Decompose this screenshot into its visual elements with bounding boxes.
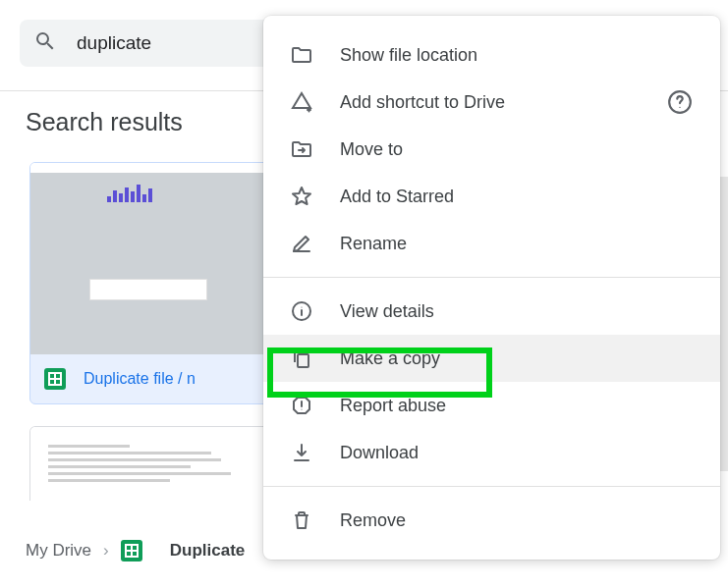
menu-label: Add to Starred: [340, 187, 454, 207]
breadcrumb-current[interactable]: Duplicate: [121, 540, 246, 561]
breadcrumb-root[interactable]: My Drive: [26, 541, 91, 561]
menu-show-file-location[interactable]: Show file location: [263, 31, 720, 79]
sheet-icon: [89, 279, 207, 300]
pencil-icon: [289, 231, 314, 256]
menu-rename[interactable]: Rename: [263, 220, 720, 267]
file-thumbnail: [30, 163, 269, 354]
menu-label: Make a copy: [340, 348, 440, 369]
svg-rect-4: [298, 354, 308, 367]
svg-point-5: [301, 408, 302, 409]
copy-icon: [289, 346, 314, 371]
drive-shortcut-icon: [289, 89, 314, 115]
star-icon: [289, 184, 314, 209]
menu-add-shortcut[interactable]: Add shortcut to Drive: [263, 79, 720, 126]
file-card[interactable]: [29, 426, 270, 501]
menu-separator: [263, 486, 720, 487]
file-name: Duplicate file / n: [84, 370, 196, 388]
menu-label: Remove: [340, 510, 406, 531]
chart-icon: [107, 185, 152, 202]
folder-icon: [289, 42, 314, 68]
file-row: Duplicate file / n: [30, 354, 269, 403]
search-results-heading: Search results: [26, 108, 183, 136]
sheets-icon: [44, 368, 66, 390]
report-icon: [289, 393, 314, 418]
svg-point-3: [301, 306, 302, 307]
document-icon: [48, 445, 252, 486]
search-icon: [33, 29, 57, 57]
menu-download[interactable]: Download: [263, 429, 720, 476]
menu-label: Rename: [340, 234, 407, 254]
menu-remove[interactable]: Remove: [263, 497, 720, 544]
menu-label: Add shortcut to Drive: [340, 92, 505, 113]
menu-label: Download: [340, 443, 419, 463]
menu-label: Report abuse: [340, 396, 446, 416]
file-thumbnail: [30, 427, 269, 501]
menu-make-a-copy[interactable]: Make a copy: [263, 335, 720, 382]
file-card[interactable]: Duplicate file / n: [29, 162, 270, 404]
menu-separator: [263, 277, 720, 278]
move-folder-icon: [289, 136, 314, 162]
menu-add-starred[interactable]: Add to Starred: [263, 173, 720, 220]
menu-view-details[interactable]: View details: [263, 288, 720, 335]
trash-icon: [289, 508, 314, 533]
menu-label: Show file location: [340, 45, 477, 66]
info-icon: [289, 298, 314, 324]
menu-label: Move to: [340, 139, 403, 160]
sheets-icon: [121, 540, 142, 561]
chevron-right-icon: ›: [103, 541, 109, 561]
menu-label: View details: [340, 301, 434, 322]
context-menu: Show file location Add shortcut to Drive…: [263, 16, 720, 560]
svg-point-1: [679, 107, 680, 108]
menu-move-to[interactable]: Move to: [263, 126, 720, 173]
help-icon[interactable]: [667, 89, 693, 115]
search-input[interactable]: [77, 32, 273, 54]
menu-report-abuse[interactable]: Report abuse: [263, 382, 720, 429]
breadcrumb: My Drive › Duplicate: [26, 540, 245, 561]
download-icon: [289, 440, 314, 465]
